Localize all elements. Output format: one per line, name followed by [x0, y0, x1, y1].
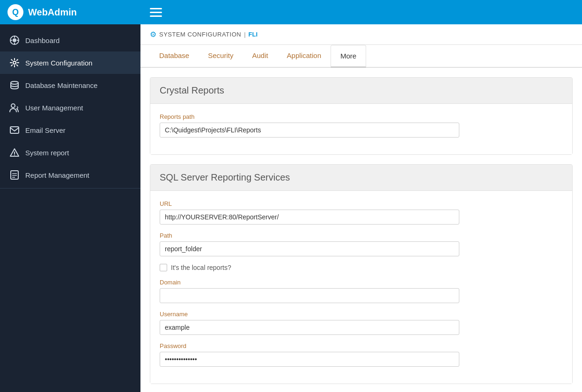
- sidebar-item-system-config-label: System Configuration: [25, 59, 92, 67]
- tabs-bar: Database Security Audit Application More: [140, 45, 582, 68]
- menu-toggle-button[interactable]: [150, 8, 162, 17]
- sidebar-item-system-report[interactable]: System report: [0, 141, 140, 164]
- svg-point-8: [11, 104, 15, 108]
- warning-icon: [9, 147, 20, 158]
- crystal-reports-section: Crystal Reports Reports path: [150, 77, 573, 155]
- domain-label: Domain: [160, 279, 563, 286]
- svg-point-6: [13, 61, 16, 64]
- path-input[interactable]: [160, 241, 459, 256]
- local-reports-label: It's the local reports?: [171, 264, 231, 271]
- username-input[interactable]: [160, 320, 459, 335]
- domain-group: Domain: [160, 279, 563, 303]
- sql-reporting-body: URL Path It's the local reports? Domain: [150, 191, 572, 384]
- topbar: [140, 0, 582, 24]
- tab-database[interactable]: Database: [150, 45, 199, 68]
- sidebar: Q WebAdmin Dashboard: [0, 0, 140, 392]
- sidebar-item-report-management[interactable]: Report Management: [0, 164, 140, 186]
- sidebar-item-user-management-label: User Management: [25, 104, 83, 112]
- url-input[interactable]: [160, 210, 459, 225]
- url-group: URL: [160, 200, 563, 225]
- app-logo: Q: [7, 4, 23, 20]
- path-label: Path: [160, 232, 563, 239]
- sidebar-header: Q WebAdmin: [0, 0, 140, 24]
- sidebar-nav: Dashboard System Configuration Database …: [0, 24, 140, 392]
- url-label: URL: [160, 200, 563, 207]
- sidebar-item-dashboard-label: Dashboard: [25, 36, 59, 44]
- sql-reporting-section: SQL Server Reporting Services URL Path I…: [150, 164, 573, 384]
- breadcrumb-prefix: SYSTEM CONFIGURATION: [159, 31, 241, 38]
- main-content: ⚙ SYSTEM CONFIGURATION | FLI Database Se…: [140, 0, 582, 392]
- sidebar-item-system-report-label: System report: [25, 149, 69, 157]
- gear-icon: [9, 58, 20, 68]
- bottom-spacer: [140, 384, 582, 392]
- reports-path-input[interactable]: [160, 123, 459, 138]
- breadcrumb-icon: ⚙: [150, 30, 156, 39]
- domain-input[interactable]: [160, 288, 459, 303]
- sidebar-item-dashboard[interactable]: Dashboard: [0, 29, 140, 51]
- tab-audit[interactable]: Audit: [243, 45, 277, 68]
- sidebar-item-email-server[interactable]: Email Server: [0, 119, 140, 141]
- database-icon: [9, 80, 20, 90]
- reports-path-group: Reports path: [160, 113, 563, 138]
- sidebar-item-database-maintenance[interactable]: Database Maintenance: [0, 74, 140, 96]
- svg-point-1: [13, 38, 16, 42]
- password-group: Password: [160, 342, 563, 367]
- dashboard-icon: [9, 35, 20, 45]
- password-input[interactable]: [160, 352, 459, 367]
- sidebar-item-database-label: Database Maintenance: [25, 81, 97, 89]
- svg-point-7: [11, 81, 18, 84]
- svg-point-11: [14, 155, 15, 156]
- nav-divider: [0, 188, 140, 189]
- crystal-reports-title: Crystal Reports: [150, 78, 572, 104]
- email-icon: [9, 125, 20, 135]
- path-group: Path: [160, 232, 563, 256]
- reports-path-label: Reports path: [160, 113, 563, 120]
- username-label: Username: [160, 311, 563, 318]
- breadcrumb-separator: |: [244, 31, 245, 38]
- sql-reporting-title: SQL Server Reporting Services: [150, 165, 572, 191]
- sidebar-item-user-management[interactable]: User Management: [0, 96, 140, 119]
- crystal-reports-body: Reports path: [150, 104, 572, 154]
- breadcrumb: ⚙ SYSTEM CONFIGURATION | FLI: [140, 24, 582, 45]
- app-title: WebAdmin: [28, 7, 77, 18]
- local-reports-row: It's the local reports?: [160, 264, 563, 271]
- svg-rect-9: [10, 127, 19, 133]
- username-group: Username: [160, 311, 563, 335]
- sidebar-item-email-label: Email Server: [25, 126, 66, 134]
- breadcrumb-current: FLI: [249, 31, 258, 38]
- report-icon: [9, 170, 20, 180]
- svg-rect-12: [11, 171, 18, 179]
- tab-application[interactable]: Application: [278, 45, 331, 68]
- password-label: Password: [160, 342, 563, 349]
- sidebar-item-system-config[interactable]: System Configuration: [0, 51, 140, 74]
- local-reports-checkbox[interactable]: [160, 264, 167, 271]
- users-icon: [9, 102, 20, 113]
- content-area: Crystal Reports Reports path SQL Server …: [140, 68, 582, 392]
- tab-more[interactable]: More: [331, 45, 366, 68]
- sidebar-item-report-management-label: Report Management: [25, 171, 89, 179]
- tab-security[interactable]: Security: [199, 45, 243, 68]
